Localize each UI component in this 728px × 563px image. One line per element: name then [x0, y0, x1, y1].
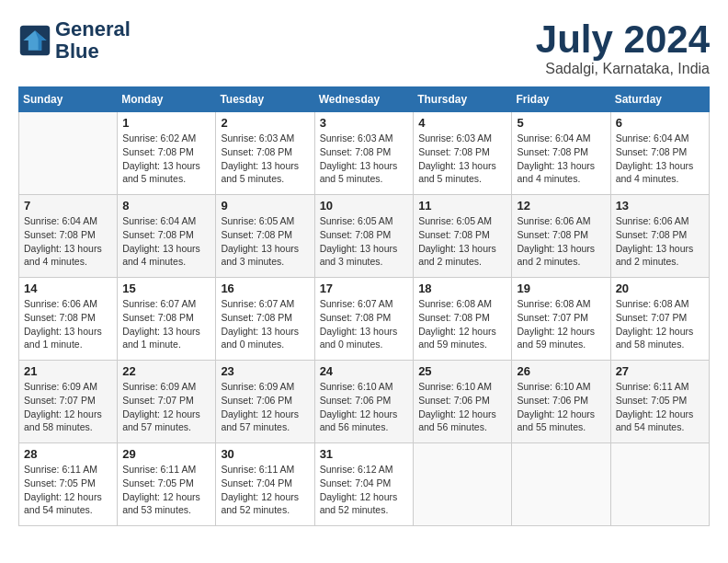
calendar-cell: 8Sunrise: 6:04 AMSunset: 7:08 PMDaylight…: [118, 195, 216, 278]
day-number: 29: [122, 447, 210, 461]
day-number: 9: [221, 199, 309, 213]
day-info: Sunrise: 6:06 AMSunset: 7:08 PMDaylight:…: [24, 297, 112, 351]
day-number: 28: [24, 447, 112, 461]
day-number: 8: [122, 199, 210, 213]
calendar-week-row: 14Sunrise: 6:06 AMSunset: 7:08 PMDayligh…: [19, 278, 710, 361]
calendar-cell: 12Sunrise: 6:06 AMSunset: 7:08 PMDayligh…: [512, 195, 610, 278]
day-number: 24: [320, 364, 409, 378]
calendar-cell: 2Sunrise: 6:03 AMSunset: 7:08 PMDaylight…: [216, 112, 314, 195]
calendar-cell: 15Sunrise: 6:07 AMSunset: 7:08 PMDayligh…: [118, 278, 216, 361]
calendar-cell: 14Sunrise: 6:06 AMSunset: 7:08 PMDayligh…: [19, 278, 118, 361]
calendar-cell: 27Sunrise: 6:11 AMSunset: 7:05 PMDayligh…: [610, 361, 709, 443]
calendar-week-row: 1Sunrise: 6:02 AMSunset: 7:08 PMDaylight…: [19, 112, 710, 195]
day-number: 13: [616, 199, 704, 213]
day-info: Sunrise: 6:09 AMSunset: 7:06 PMDaylight:…: [221, 380, 309, 434]
calendar-cell: 3Sunrise: 6:03 AMSunset: 7:08 PMDaylight…: [314, 112, 414, 195]
calendar-cell: 26Sunrise: 6:10 AMSunset: 7:06 PMDayligh…: [512, 361, 610, 443]
calendar-cell: [19, 112, 118, 195]
calendar-cell: 17Sunrise: 6:07 AMSunset: 7:08 PMDayligh…: [314, 278, 414, 361]
day-info: Sunrise: 6:04 AMSunset: 7:08 PMDaylight:…: [616, 132, 704, 186]
weekday-header-row: SundayMondayTuesdayWednesdayThursdayFrid…: [19, 87, 710, 112]
calendar-cell: 24Sunrise: 6:10 AMSunset: 7:06 PMDayligh…: [314, 361, 414, 443]
day-info: Sunrise: 6:05 AMSunset: 7:08 PMDaylight:…: [418, 214, 506, 269]
calendar-cell: 25Sunrise: 6:10 AMSunset: 7:06 PMDayligh…: [414, 361, 512, 443]
weekday-header-sunday: Sunday: [19, 87, 118, 112]
calendar-cell: 28Sunrise: 6:11 AMSunset: 7:05 PMDayligh…: [19, 443, 118, 526]
calendar-cell: 21Sunrise: 6:09 AMSunset: 7:07 PMDayligh…: [19, 361, 118, 443]
day-info: Sunrise: 6:10 AMSunset: 7:06 PMDaylight:…: [418, 380, 506, 434]
day-info: Sunrise: 6:08 AMSunset: 7:08 PMDaylight:…: [418, 297, 506, 351]
calendar-week-row: 21Sunrise: 6:09 AMSunset: 7:07 PMDayligh…: [19, 361, 710, 443]
day-info: Sunrise: 6:08 AMSunset: 7:07 PMDaylight:…: [616, 297, 704, 351]
day-info: Sunrise: 6:08 AMSunset: 7:07 PMDaylight:…: [517, 297, 605, 351]
weekday-header-friday: Friday: [512, 87, 610, 112]
calendar-cell: 6Sunrise: 6:04 AMSunset: 7:08 PMDaylight…: [610, 112, 709, 195]
calendar-cell: 31Sunrise: 6:12 AMSunset: 7:04 PMDayligh…: [314, 443, 414, 526]
day-info: Sunrise: 6:10 AMSunset: 7:06 PMDaylight:…: [320, 380, 409, 434]
logo-text: General Blue: [55, 18, 131, 63]
weekday-header-saturday: Saturday: [610, 87, 709, 112]
day-info: Sunrise: 6:04 AMSunset: 7:08 PMDaylight:…: [24, 214, 112, 269]
day-number: 26: [517, 364, 605, 378]
day-number: 31: [320, 447, 409, 461]
day-number: 20: [616, 282, 704, 295]
day-info: Sunrise: 6:09 AMSunset: 7:07 PMDaylight:…: [122, 380, 210, 434]
calendar-cell: 1Sunrise: 6:02 AMSunset: 7:08 PMDaylight…: [118, 112, 216, 195]
day-info: Sunrise: 6:11 AMSunset: 7:05 PMDaylight:…: [122, 463, 210, 517]
day-info: Sunrise: 6:07 AMSunset: 7:08 PMDaylight:…: [122, 297, 210, 351]
day-info: Sunrise: 6:05 AMSunset: 7:08 PMDaylight:…: [221, 214, 309, 269]
day-number: 1: [122, 116, 210, 130]
calendar-cell: 20Sunrise: 6:08 AMSunset: 7:07 PMDayligh…: [610, 278, 709, 361]
day-info: Sunrise: 6:02 AMSunset: 7:08 PMDaylight:…: [122, 132, 210, 186]
calendar-cell: 22Sunrise: 6:09 AMSunset: 7:07 PMDayligh…: [118, 361, 216, 443]
day-info: Sunrise: 6:11 AMSunset: 7:05 PMDaylight:…: [24, 463, 112, 517]
logo: General Blue: [18, 18, 131, 63]
day-info: Sunrise: 6:03 AMSunset: 7:08 PMDaylight:…: [221, 132, 309, 186]
calendar-cell: [414, 443, 512, 526]
calendar-cell: 10Sunrise: 6:05 AMSunset: 7:08 PMDayligh…: [314, 195, 414, 278]
day-info: Sunrise: 6:03 AMSunset: 7:08 PMDaylight:…: [418, 132, 506, 186]
calendar-week-row: 28Sunrise: 6:11 AMSunset: 7:05 PMDayligh…: [19, 443, 710, 526]
day-number: 15: [122, 282, 210, 295]
weekday-header-tuesday: Tuesday: [216, 87, 314, 112]
day-number: 18: [418, 282, 506, 295]
day-number: 23: [221, 364, 309, 378]
day-number: 6: [616, 116, 704, 130]
calendar-cell: 29Sunrise: 6:11 AMSunset: 7:05 PMDayligh…: [118, 443, 216, 526]
day-number: 14: [24, 282, 112, 295]
day-info: Sunrise: 6:07 AMSunset: 7:08 PMDaylight:…: [221, 297, 309, 351]
calendar-cell: 30Sunrise: 6:11 AMSunset: 7:04 PMDayligh…: [216, 443, 314, 526]
day-number: 4: [418, 116, 506, 130]
calendar-cell: 5Sunrise: 6:04 AMSunset: 7:08 PMDaylight…: [512, 112, 610, 195]
logo-icon: [18, 24, 51, 57]
day-number: 17: [320, 282, 409, 295]
day-number: 7: [24, 199, 112, 213]
day-number: 5: [517, 116, 605, 130]
weekday-header-thursday: Thursday: [414, 87, 512, 112]
calendar-cell: [512, 443, 610, 526]
day-number: 11: [418, 199, 506, 213]
day-info: Sunrise: 6:04 AMSunset: 7:08 PMDaylight:…: [517, 132, 605, 186]
calendar-week-row: 7Sunrise: 6:04 AMSunset: 7:08 PMDaylight…: [19, 195, 710, 278]
calendar-table: SundayMondayTuesdayWednesdayThursdayFrid…: [18, 86, 710, 526]
day-info: Sunrise: 6:09 AMSunset: 7:07 PMDaylight:…: [24, 380, 112, 434]
page-header: General Blue July 2024 Sadalgi, Karnatak…: [18, 18, 710, 77]
day-info: Sunrise: 6:12 AMSunset: 7:04 PMDaylight:…: [320, 463, 409, 517]
day-info: Sunrise: 6:04 AMSunset: 7:08 PMDaylight:…: [122, 214, 210, 269]
day-number: 12: [517, 199, 605, 213]
day-number: 16: [221, 282, 309, 295]
title-block: July 2024 Sadalgi, Karnataka, India: [536, 18, 710, 77]
calendar-cell: 4Sunrise: 6:03 AMSunset: 7:08 PMDaylight…: [414, 112, 512, 195]
calendar-cell: 16Sunrise: 6:07 AMSunset: 7:08 PMDayligh…: [216, 278, 314, 361]
calendar-cell: [610, 443, 709, 526]
day-info: Sunrise: 6:05 AMSunset: 7:08 PMDaylight:…: [320, 214, 409, 269]
day-number: 25: [418, 364, 506, 378]
calendar-cell: 18Sunrise: 6:08 AMSunset: 7:08 PMDayligh…: [414, 278, 512, 361]
calendar-cell: 11Sunrise: 6:05 AMSunset: 7:08 PMDayligh…: [414, 195, 512, 278]
location-text: Sadalgi, Karnataka, India: [536, 61, 710, 77]
day-info: Sunrise: 6:06 AMSunset: 7:08 PMDaylight:…: [616, 214, 704, 269]
day-info: Sunrise: 6:10 AMSunset: 7:06 PMDaylight:…: [517, 380, 605, 434]
day-info: Sunrise: 6:07 AMSunset: 7:08 PMDaylight:…: [320, 297, 409, 351]
calendar-cell: 23Sunrise: 6:09 AMSunset: 7:06 PMDayligh…: [216, 361, 314, 443]
day-number: 2: [221, 116, 309, 130]
